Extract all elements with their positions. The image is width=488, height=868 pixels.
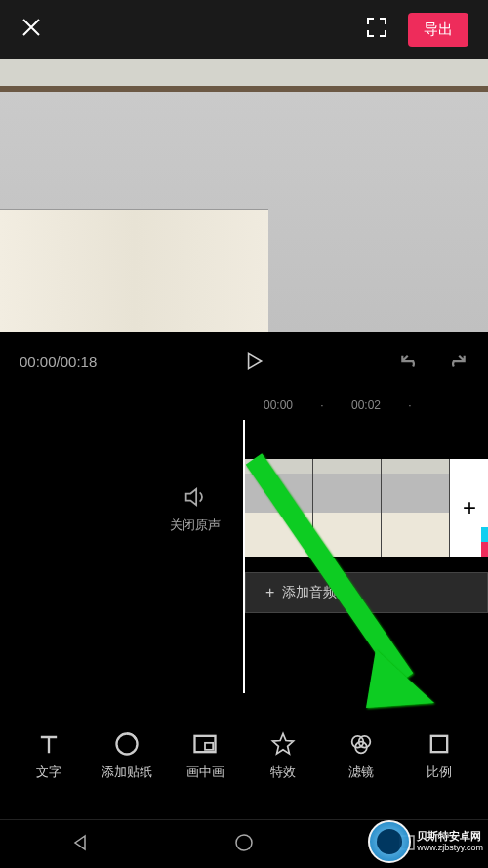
- ruler-dot: ·: [312, 398, 332, 412]
- timeline-ruler[interactable]: 00:00 · 00:02 ·: [0, 391, 488, 420]
- ratio-icon: [426, 730, 453, 758]
- ruler-mark: 00:00: [244, 398, 312, 412]
- nav-home[interactable]: [232, 831, 256, 858]
- tool-label: 添加贴纸: [102, 764, 152, 781]
- add-audio-track[interactable]: + 添加音频: [245, 572, 488, 613]
- close-button[interactable]: [20, 16, 43, 43]
- effects-tool[interactable]: 特效: [244, 730, 322, 781]
- watermark: 贝斯特安卓网 www.zjbstyy.com: [368, 820, 483, 863]
- tool-label: 滤镜: [348, 764, 374, 781]
- undo-icon: [398, 348, 424, 373]
- add-clip-button[interactable]: +: [450, 459, 488, 557]
- total-time: 00:18: [61, 353, 98, 370]
- tool-label: 比例: [427, 764, 452, 781]
- ruler-mark: 00:02: [332, 398, 400, 412]
- time-display: 00:00/00:18: [20, 353, 137, 370]
- watermark-brand: 贝斯特安卓网: [417, 830, 483, 843]
- triangle-back-icon: [69, 831, 93, 854]
- export-button[interactable]: 导出: [408, 13, 468, 47]
- video-thumbnail: [382, 459, 450, 557]
- redo-button[interactable]: [443, 348, 468, 376]
- svg-rect-2: [205, 742, 213, 749]
- circle-home-icon: [232, 831, 256, 854]
- watermark-logo: [368, 820, 411, 863]
- tool-label: 画中画: [186, 764, 224, 781]
- video-thumbnail: [245, 459, 313, 557]
- filter-tool[interactable]: 滤镜: [322, 730, 400, 781]
- undo-button[interactable]: [398, 348, 424, 376]
- plus-icon: +: [265, 584, 274, 601]
- timeline-area[interactable]: 关闭原声 + + 添加音频: [0, 420, 488, 693]
- ruler-dot: ·: [400, 398, 420, 412]
- pip-tool[interactable]: 画中画: [166, 730, 244, 781]
- preview-frame: [0, 59, 488, 332]
- fullscreen-icon: [365, 16, 388, 39]
- current-time: 00:00: [20, 353, 57, 370]
- svg-point-7: [236, 835, 252, 850]
- sticker-tool[interactable]: 添加贴纸: [88, 730, 166, 781]
- mute-audio-button[interactable]: 关闭原声: [156, 483, 234, 534]
- pip-icon: [191, 730, 219, 758]
- redo-icon: [443, 348, 468, 373]
- bottom-toolbar: 文字 添加贴纸 画中画 特效 滤镜 比例: [0, 719, 488, 792]
- watermark-url: www.zjbstyy.com: [417, 843, 483, 853]
- tool-label: 特效: [270, 764, 296, 781]
- sticker-icon: [113, 730, 141, 758]
- video-preview[interactable]: [0, 59, 488, 332]
- nav-back[interactable]: [69, 831, 93, 858]
- close-icon: [20, 16, 43, 39]
- video-track[interactable]: +: [245, 459, 488, 557]
- top-bar: 导出: [0, 0, 488, 59]
- play-button[interactable]: [137, 349, 371, 374]
- fullscreen-button[interactable]: [365, 16, 388, 43]
- add-audio-label: 添加音频: [282, 584, 337, 601]
- playhead[interactable]: [243, 420, 245, 693]
- video-thumbnail: [313, 459, 382, 557]
- filter-icon: [347, 730, 375, 758]
- mute-label: 关闭原声: [156, 517, 234, 534]
- playback-bar: 00:00/00:18: [0, 332, 488, 391]
- text-icon: [35, 730, 62, 758]
- star-icon: [269, 730, 297, 758]
- speaker-icon: [182, 483, 209, 511]
- ratio-tool[interactable]: 比例: [400, 730, 478, 781]
- svg-rect-6: [431, 735, 447, 751]
- text-tool[interactable]: 文字: [10, 730, 88, 781]
- tool-label: 文字: [36, 764, 61, 781]
- play-icon: [241, 349, 266, 374]
